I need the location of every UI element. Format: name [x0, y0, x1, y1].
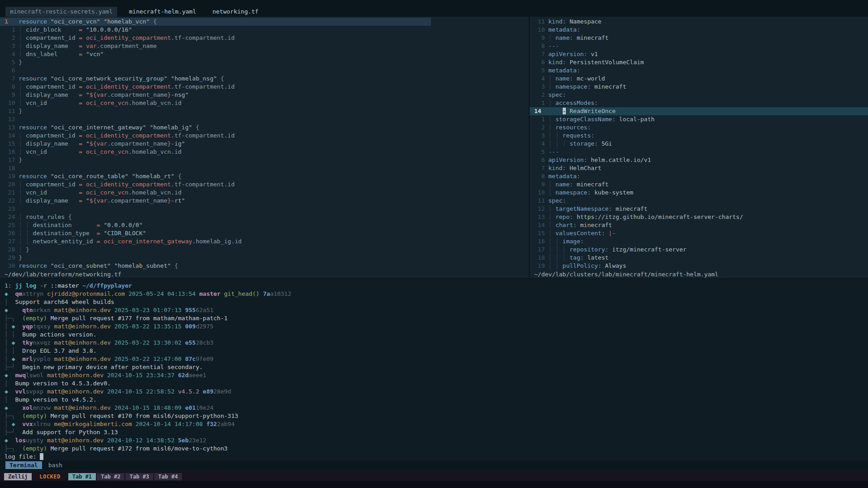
- code-line[interactable]: 16│ │ image:: [530, 237, 868, 246]
- code-line[interactable]: 8---: [530, 42, 868, 50]
- code-line[interactable]: 4│ name: mc-world: [530, 75, 868, 83]
- code-line[interactable]: 8metadata:: [530, 172, 868, 180]
- syntax-segment: =: [79, 99, 82, 106]
- zellij-tab-1[interactable]: Tab #1: [68, 473, 96, 480]
- syntax-segment: var: [86, 43, 96, 49]
- code-line[interactable]: 19resource "oci_core_route_table" "homel…: [0, 172, 529, 180]
- code-line[interactable]: 23: [0, 205, 529, 213]
- syntax-segment: targetNamespace: [555, 205, 608, 212]
- terminal-tab-selected[interactable]: Terminal: [5, 461, 42, 469]
- syntax-segment: │: [548, 99, 555, 106]
- code-line[interactable]: 3│ namespace: minecraft: [530, 83, 868, 91]
- code-line[interactable]: 13│ repo: https://itzg.github.io/minecra…: [530, 213, 868, 221]
- code-line[interactable]: 1resource "oci_core_vcn" "homelab_vcn" {: [0, 18, 529, 26]
- code-text: │ vcn_id = oci_core_vcn.homelab_vcn.id: [19, 189, 181, 196]
- editor-pane-networking-tf[interactable]: 1resource "oci_core_vcn" "homelab_vcn" {…: [0, 17, 529, 278]
- line-number: 11: [5, 107, 15, 115]
- code-line[interactable]: 16│ vcn_id = oci_core_vcn.homelab_vcn.id: [0, 148, 529, 156]
- code-line[interactable]: 6kind: PersistentVolumeClaim: [530, 58, 868, 66]
- code-line[interactable]: 26│ │ destination_type = "CIDR_BLOCK": [0, 229, 529, 237]
- code-line[interactable]: 11spec:: [530, 197, 868, 205]
- syntax-segment: v4.5.2: [178, 388, 199, 395]
- syntax-segment: HelmChart: [569, 165, 601, 171]
- code-line[interactable]: 21│ vcn_id = oci_core_vcn.homelab_vcn.id: [0, 189, 529, 197]
- zellij-tab-2[interactable]: Tab #2: [97, 473, 124, 480]
- code-line[interactable]: 27│ │ network_entity_id = oci_core_inter…: [0, 237, 529, 246]
- code-line[interactable]: 18│ │ │ tag: latest: [530, 254, 868, 262]
- code-line[interactable]: 6: [0, 66, 529, 75]
- code-line[interactable]: 11kind: Namespace: [530, 18, 868, 26]
- code-line[interactable]: 19│ │ pullPolicy: Always: [530, 262, 868, 270]
- code-line[interactable]: 14│ chart: minecraft: [530, 221, 868, 229]
- code-line[interactable]: 9│ name: minecraft: [530, 180, 868, 189]
- code-line[interactable]: 22│ display_name = "${var.compartment_na…: [0, 197, 529, 205]
- code-line[interactable]: 3│ │ requests:: [530, 132, 868, 140]
- code-line[interactable]: 15│ valuesContent: |-: [530, 229, 868, 237]
- code-line[interactable]: 24│ route_rules {: [0, 213, 529, 221]
- code-line[interactable]: 17}: [0, 156, 529, 164]
- code-line[interactable]: 10metadata:: [530, 26, 868, 34]
- syntax-segment: :: [591, 132, 594, 139]
- code-line[interactable]: 20│ compartment_id = oci_identity_compar…: [0, 180, 529, 189]
- zellij-tab-4[interactable]: Tab #4: [154, 473, 182, 480]
- code-line[interactable]: 30resource "oci_core_subnet" "homelab_su…: [0, 262, 529, 270]
- syntax-segment: │: [563, 140, 570, 147]
- syntax-segment: [591, 83, 594, 90]
- syntax-segment: }: [167, 197, 171, 204]
- code-line[interactable]: 7apiVersion: v1: [530, 50, 868, 58]
- code-line[interactable]: 15│ display_name = "${var.compartment_na…: [0, 140, 529, 148]
- syntax-segment: │: [19, 246, 26, 253]
- zellij-tab-3[interactable]: Tab #3: [125, 473, 153, 480]
- buffer-tab-3[interactable]: networking.tf: [208, 7, 263, 17]
- line-number: 15: [5, 140, 15, 148]
- code-line[interactable]: 18: [0, 164, 529, 172]
- code-line[interactable]: 5}: [0, 58, 529, 66]
- line-number: 5: [534, 148, 545, 156]
- code-line[interactable]: 5metadata:: [530, 66, 868, 75]
- code-line[interactable]: 9│ name: minecraft: [530, 34, 868, 42]
- code-line[interactable]: 4│ │ │ storage: 5Gi: [530, 140, 868, 148]
- code-line[interactable]: 29}: [0, 254, 529, 262]
- code-line[interactable]: 3│ display_name = var.compartment_name: [0, 42, 529, 50]
- syntax-segment: 10e24: [196, 404, 213, 411]
- terminal-tab-bash[interactable]: bash: [48, 462, 62, 469]
- code-line[interactable]: 14│ │ - ReadWriteOnce: [530, 107, 868, 115]
- code-line[interactable]: 5---: [530, 148, 868, 156]
- code-line[interactable]: 13resource "oci_core_internet_gateway" "…: [0, 123, 529, 132]
- code-line[interactable]: 2│ resources:: [530, 123, 868, 132]
- syntax-segment: }: [26, 246, 29, 253]
- syntax-segment: .compartment_name: [107, 197, 167, 204]
- code-line[interactable]: 17│ │ │ repository: itzg/minecraft-serve…: [530, 246, 868, 254]
- buffer-tab-2[interactable]: minecraft-helm.yaml: [124, 7, 201, 17]
- code-line[interactable]: 7kind: HelmChart: [530, 164, 868, 172]
- code-line[interactable]: 10│ vcn_id = oci_core_vcn.homelab_vcn.id: [0, 99, 529, 107]
- code-line[interactable]: 8│ compartment_id = oci_identity_compart…: [0, 83, 529, 91]
- syntax-segment: [146, 124, 150, 131]
- code-line[interactable]: 6apiVersion: helm.cattle.io/v1: [530, 156, 868, 164]
- syntax-segment: resource: [19, 18, 47, 25]
- code-line[interactable]: 28│ }: [0, 246, 529, 254]
- code-line[interactable]: 1│ storageClassName: local-path: [530, 115, 868, 123]
- buffer-tab-1[interactable]: minecraft-restic-secrets.yaml: [5, 7, 117, 17]
- code-line[interactable]: 2│ compartment_id = oci_identity_compart…: [0, 34, 529, 42]
- code-line[interactable]: 11}: [0, 107, 529, 115]
- code-line[interactable]: 4│ dns_label = "vcn": [0, 50, 529, 58]
- code-line[interactable]: 25│ │ destination = "0.0.0.0/0": [0, 221, 529, 229]
- code-line[interactable]: 12: [0, 115, 529, 123]
- code-line[interactable]: 7resource "oci_core_network_security_gro…: [0, 75, 529, 83]
- code-line[interactable]: 9│ display_name = "${var.compartment_nam…: [0, 91, 529, 99]
- code-text: │ resources:: [548, 124, 591, 131]
- editor-pane-minecraft-helm-yaml[interactable]: 11kind: Namespace10metadata:9│ name: min…: [529, 17, 868, 278]
- line-number: 1: [534, 115, 545, 123]
- code-line[interactable]: 12│ targetNamespace: minecraft: [530, 205, 868, 213]
- code-line[interactable]: 2spec:: [530, 91, 868, 99]
- code-line[interactable]: 1│ cidr_block = "10.0.0.0/16": [0, 26, 529, 34]
- code-line[interactable]: 10│ namespace: kube-system: [530, 189, 868, 197]
- terminal-pane[interactable]: 1: jj log -r ::master ~/d/ffpyplayer◆ qm…: [0, 278, 868, 460]
- syntax-segment: oci_core_vcn: [86, 99, 128, 106]
- syntax-segment: │: [548, 222, 555, 228]
- syntax-segment: minecraft: [594, 83, 626, 90]
- code-line[interactable]: 14│ compartment_id = oci_identity_compar…: [0, 132, 529, 140]
- code-line[interactable]: 1│ accessModes:: [530, 99, 868, 107]
- syntax-segment: chart: [555, 222, 573, 228]
